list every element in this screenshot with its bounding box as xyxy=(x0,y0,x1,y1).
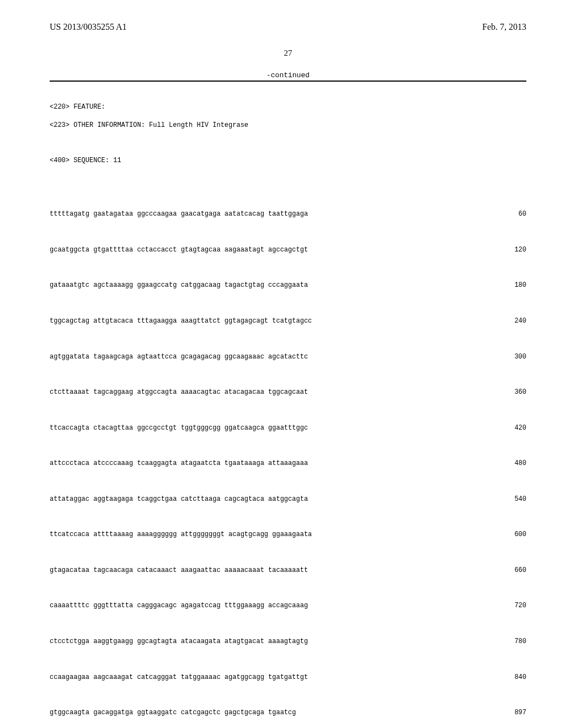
seq-row: ttcaccagta ctacagttaa ggccgcctgt tggtggg… xyxy=(50,424,526,432)
continued-label: -continued xyxy=(50,71,526,79)
seq-row: ctcttaaaat tagcaggaag atggccagta aaaacag… xyxy=(50,388,526,397)
page-header: US 2013/0035255 A1 Feb. 7, 2013 xyxy=(50,22,526,32)
seq-row: tggcagctag attgtacaca tttagaagga aaagtta… xyxy=(50,317,526,325)
seq-row: caaaattttc gggtttatta cagggacagc agagatc… xyxy=(50,601,526,610)
seq-row: attccctaca atccccaaag tcaaggagta atagaat… xyxy=(50,459,526,468)
seq-row: attataggac aggtaagaga tcaggctgaa catctta… xyxy=(50,495,526,504)
seq-row: ctcctctgga aaggtgaagg ggcagtagta atacaag… xyxy=(50,637,526,646)
seq11-header: <400> SEQUENCE: 11 xyxy=(50,156,526,165)
seq-row: tttttagatg gaatagataa ggcccaagaa gaacatg… xyxy=(50,210,526,218)
page-number: 27 xyxy=(50,49,526,58)
pub-date: Feb. 7, 2013 xyxy=(482,22,526,32)
pub-number: US 2013/0035255 A1 xyxy=(50,22,127,32)
seq-row: agtggatata tagaagcaga agtaattcca gcagaga… xyxy=(50,352,526,361)
sequence-listing: <220> FEATURE: <223> OTHER INFORMATION: … xyxy=(50,82,526,728)
feature-220: <220> FEATURE: xyxy=(50,103,526,111)
seq-row: gataaatgtc agctaaaagg ggaagccatg catggac… xyxy=(50,281,526,290)
seq-row: gcaatggcta gtgattttaa cctaccacct gtagtag… xyxy=(50,245,526,254)
seq-row: gtggcaagta gacaggatga ggtaaggatc catcgag… xyxy=(50,708,526,717)
seq-row: gtagacataa tagcaacaga catacaaact aaagaat… xyxy=(50,566,526,575)
seq-row: ccaagaagaa aagcaaagat catcagggat tatggaa… xyxy=(50,673,526,682)
other-info-223: <223> OTHER INFORMATION: Full Length HIV… xyxy=(50,121,526,130)
seq-row: ttcatccaca attttaaaag aaaagggggg attgggg… xyxy=(50,530,526,539)
